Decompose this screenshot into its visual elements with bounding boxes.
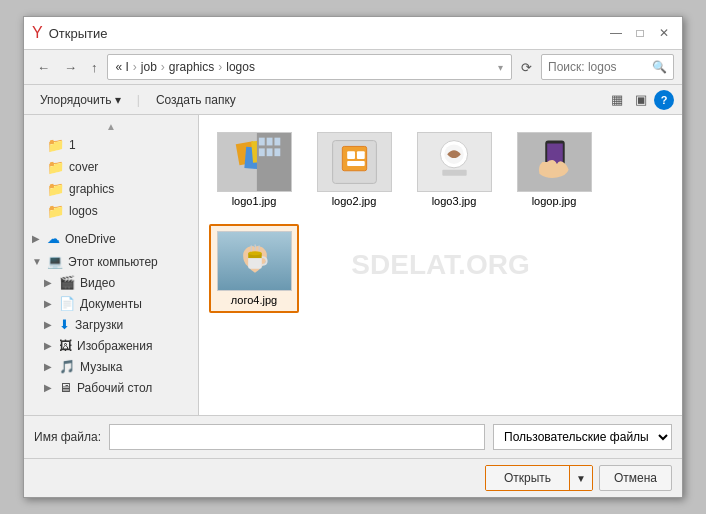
main-content: SDELAT.ORG [199, 115, 682, 415]
filename-label: Имя файла: [34, 430, 101, 444]
close-button[interactable]: ✕ [654, 23, 674, 43]
desktop-icon: 🖥 [59, 380, 72, 395]
open-button-container: Открыть ▼ [485, 465, 593, 491]
files-grid: logo1.jpg [209, 125, 672, 313]
view-controls: ▦ ▣ ? [606, 89, 674, 110]
scroll-up-button[interactable]: ▲ [106, 121, 116, 132]
breadcrumb-part-3[interactable]: logos [226, 60, 255, 74]
maximize-button[interactable]: □ [630, 23, 650, 43]
file-thumb-logop [517, 132, 592, 192]
dialog-title: Открытие [49, 26, 108, 41]
new-folder-button[interactable]: Создать папку [148, 90, 244, 110]
filename-input[interactable] [109, 424, 485, 450]
images-icon: 🖼 [59, 338, 72, 353]
sidebar-item-label: graphics [69, 182, 114, 196]
sidebar-item-label: cover [69, 160, 98, 174]
sidebar-item-images[interactable]: ▶ 🖼 Изображения [24, 335, 198, 356]
app-icon: Y [32, 24, 43, 42]
sidebar-item-thispc[interactable]: ▼ 💻 Этот компьютер [24, 251, 198, 272]
cloud-icon: ☁ [47, 231, 60, 246]
svg-rect-11 [274, 148, 280, 156]
sidebar: ▲ 📁 1 📁 cover 📁 graphics 📁 logos [24, 115, 199, 415]
sidebar-item-cover[interactable]: 📁 cover [24, 156, 198, 178]
expand-icon: ▶ [44, 298, 54, 309]
file-item-logo2[interactable]: logo2.jpg [309, 125, 399, 214]
file-thumb-logo2 [317, 132, 392, 192]
scroll-up-indicator: ▲ [24, 119, 198, 134]
help-button[interactable]: ? [654, 90, 674, 110]
sidebar-item-label: Рабочий стол [77, 381, 152, 395]
svg-rect-7 [266, 138, 272, 146]
cancel-button[interactable]: Отмена [599, 465, 672, 491]
sidebar-item-logos[interactable]: 📁 logos [24, 200, 198, 222]
file-item-logo1[interactable]: logo1.jpg [209, 125, 299, 214]
sidebar-item-music[interactable]: ▶ 🎵 Музыка [24, 356, 198, 377]
file-name-logo4: лого4.jpg [231, 294, 277, 306]
svg-rect-15 [347, 151, 355, 159]
expand-icon: ▼ [32, 256, 42, 267]
thumb-svg-logo4 [218, 231, 291, 291]
action-bar: Открыть ▼ Отмена [24, 458, 682, 497]
folder-icon: 📁 [47, 203, 64, 219]
sidebar-item-downloads[interactable]: ▶ ⬇ Загрузки [24, 314, 198, 335]
title-bar: Y Открытие — □ ✕ [24, 17, 682, 50]
file-item-logop[interactable]: logop.jpg [509, 125, 599, 214]
sidebar-item-video[interactable]: ▶ 🎬 Видео [24, 272, 198, 293]
breadcrumb-part-2[interactable]: graphics [169, 60, 214, 74]
search-icon: 🔍 [652, 60, 667, 74]
thumb-svg-logo3 [418, 132, 491, 192]
open-button[interactable]: Открыть [486, 466, 570, 490]
file-thumb-logo4 [217, 231, 292, 291]
sidebar-item-docs[interactable]: ▶ 📄 Документы [24, 293, 198, 314]
view-icon-button[interactable]: ▦ [606, 89, 628, 110]
svg-rect-16 [356, 151, 364, 159]
sidebar-item-label: Изображения [77, 339, 152, 353]
refresh-button[interactable]: ⟳ [516, 57, 537, 78]
breadcrumb-bar[interactable]: « I › job › graphics › logos ▾ [107, 54, 513, 80]
svg-rect-9 [258, 148, 264, 156]
file-thumb-logo3 [417, 132, 492, 192]
expand-icon: ▶ [44, 319, 54, 330]
search-input[interactable] [548, 60, 648, 74]
open-dropdown-button[interactable]: ▼ [570, 466, 592, 490]
thumb-svg-logop [518, 132, 591, 192]
toolbar: Упорядочить ▾ | Создать папку ▦ ▣ ? [24, 85, 682, 115]
breadcrumb-part-1[interactable]: job [141, 60, 157, 74]
content-area: ▲ 📁 1 📁 cover 📁 graphics 📁 logos [24, 115, 682, 415]
breadcrumb-part-0[interactable]: « I [116, 60, 129, 74]
svg-rect-6 [258, 138, 264, 146]
folder-icon: 📁 [47, 137, 64, 153]
filetype-select[interactable]: Пользовательские файлы Все файлы [493, 424, 672, 450]
pane-icon-button[interactable]: ▣ [630, 89, 652, 110]
sidebar-item-label: Видео [80, 276, 115, 290]
sidebar-item-label: OneDrive [65, 232, 116, 246]
file-name-logop: logop.jpg [532, 195, 577, 207]
nav-bar: ← → ↑ « I › job › graphics › logos ▾ ⟳ 🔍 [24, 50, 682, 85]
docs-icon: 📄 [59, 296, 75, 311]
breadcrumb-dropdown-icon: ▾ [498, 62, 503, 73]
sidebar-item-label: Этот компьютер [68, 255, 158, 269]
sidebar-item-1[interactable]: 📁 1 [24, 134, 198, 156]
music-icon: 🎵 [59, 359, 75, 374]
minimize-button[interactable]: — [606, 23, 626, 43]
file-name-logo1: logo1.jpg [232, 195, 277, 207]
svg-rect-10 [266, 148, 272, 156]
sidebar-item-desktop[interactable]: ▶ 🖥 Рабочий стол [24, 377, 198, 398]
sidebar-item-label: Загрузки [75, 318, 123, 332]
sidebar-item-onedrive[interactable]: ▶ ☁ OneDrive [24, 228, 198, 249]
file-item-logo4[interactable]: лого4.jpg [209, 224, 299, 313]
expand-icon: ▶ [44, 340, 54, 351]
open-dialog: Y Открытие — □ ✕ ← → ↑ « I › job › graph… [23, 16, 683, 498]
file-item-logo3[interactable]: logo3.jpg [409, 125, 499, 214]
expand-icon: ▶ [44, 382, 54, 393]
organize-button[interactable]: Упорядочить ▾ [32, 90, 129, 110]
video-icon: 🎬 [59, 275, 75, 290]
file-name-logo2: logo2.jpg [332, 195, 377, 207]
forward-button[interactable]: → [59, 57, 82, 78]
expand-icon: ▶ [44, 361, 54, 372]
back-button[interactable]: ← [32, 57, 55, 78]
sidebar-item-graphics[interactable]: 📁 graphics [24, 178, 198, 200]
thumb-svg-logo1 [218, 132, 291, 192]
folder-icon: 📁 [47, 181, 64, 197]
up-button[interactable]: ↑ [86, 57, 103, 78]
